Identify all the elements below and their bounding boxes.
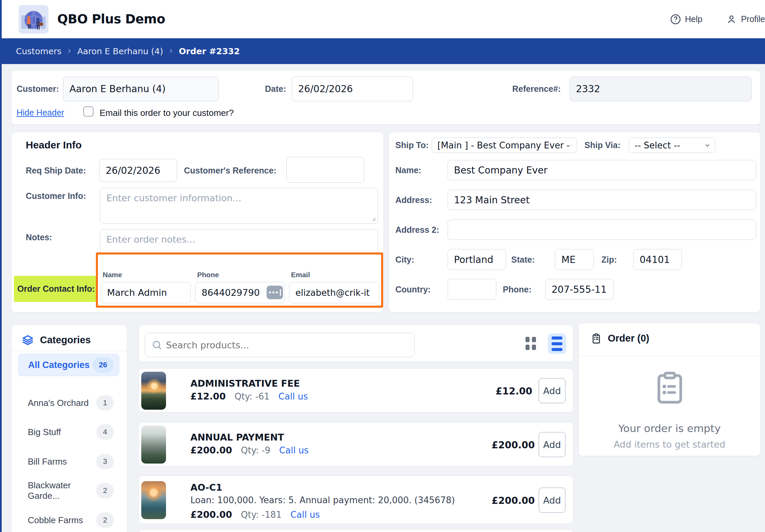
empty-order-clipboard-icon [655, 370, 684, 405]
breadcrumb-customer-name[interactable]: Aaron E Berhanu (4) [77, 46, 163, 56]
ship-to-label: Ship To: [395, 138, 429, 153]
call-us-link[interactable]: Call us [278, 391, 308, 402]
req-ship-date-label: Req Ship Date: [26, 159, 86, 182]
search-products-input[interactable] [145, 333, 415, 357]
ship-to-selected-value: [Main ] - Best Company Ever - [437, 140, 570, 150]
category-label: Bill Farms [28, 456, 67, 467]
category-item-all[interactable]: All Categories 26 [18, 354, 119, 376]
product-price: £12.00 [190, 391, 226, 402]
ship-via-select[interactable]: -- Select -- [629, 138, 715, 153]
autofill-ellipsis-icon[interactable] [267, 286, 283, 299]
reference-label: Reference#: [512, 77, 561, 101]
category-count-badge: 26 [92, 357, 113, 373]
category-item-annas-orchard[interactable]: Anna's Orchard 1 [18, 392, 119, 413]
customer-label: Customer: [17, 77, 59, 101]
product-image [141, 481, 166, 519]
header-info-title: Header Info [26, 139, 82, 151]
ship-state-field[interactable] [555, 249, 594, 270]
category-item-big-stuff[interactable]: Big Stuff 4 [18, 422, 119, 443]
call-us-link[interactable]: Call us [279, 445, 309, 455]
grid-view-button[interactable] [525, 337, 536, 350]
ship-address-label: Address: [395, 190, 432, 210]
ship-address2-field[interactable] [448, 220, 756, 240]
order-contact-box: Name Phone Email [96, 252, 383, 308]
category-label: Blackwater Garde... [28, 480, 96, 501]
header-info-panel: Header Info Req Ship Date: Customer's Re… [11, 132, 384, 312]
product-card-annual-payment: ANNUAL PAYMENT £200.00 Qty: -9 Call us £… [139, 422, 573, 466]
product-qty: Qty: -61 [234, 391, 270, 402]
product-row-price: £200.00 [492, 495, 532, 506]
product-name: ADMINISTRATIVE FEE [190, 378, 300, 389]
customers-reference-label: Customer's Reference: [184, 159, 276, 182]
hide-header-link[interactable]: Hide Header [17, 108, 64, 118]
ship-city-label: City: [395, 249, 414, 270]
contact-name-field[interactable] [101, 282, 191, 303]
product-qty: Qty: -181 [241, 510, 282, 520]
reference-field[interactable] [570, 77, 752, 101]
customers-reference-field[interactable] [286, 157, 364, 183]
categories-header: Categories [22, 334, 91, 346]
brand: QBO Plus Demo [19, 5, 165, 34]
window-edge-stripe [0, 0, 2, 532]
ship-name-field[interactable] [448, 160, 756, 180]
add-product-button[interactable]: Add [539, 432, 565, 457]
contact-email-field[interactable] [289, 282, 379, 303]
ship-zip-field[interactable] [633, 249, 682, 270]
breadcrumb-customers[interactable]: Customers [16, 46, 61, 56]
profile-label: Profile [741, 14, 765, 24]
divider [12, 351, 127, 351]
profile-button[interactable]: Profile [726, 14, 765, 25]
product-search-card [139, 325, 573, 362]
product-card-administrative-fee: ADMINISTRATIVE FEE £12.00 Qty: -61 Call … [139, 368, 573, 412]
ship-zip-label: Zip: [601, 249, 617, 270]
chevron-down-icon [570, 142, 573, 149]
order-contact-info-label: Order Contact Info: [14, 276, 96, 302]
product-price: £200.00 [190, 509, 232, 520]
chevron-right-separator: › [169, 45, 172, 56]
product-description: Loan: 100,000. Years: 5. Annual payment:… [190, 495, 455, 505]
add-product-button[interactable]: Add [539, 488, 565, 513]
req-ship-date-field[interactable] [99, 159, 177, 182]
ship-to-select[interactable]: [Main ] - Best Company Ever - [432, 138, 577, 153]
category-item-blackwater-gardens[interactable]: Blackwater Garde... 2 [18, 480, 119, 501]
product-row-price: £200.00 [492, 439, 532, 451]
category-item-bill-farms[interactable]: Bill Farms 3 [18, 451, 119, 472]
ship-phone-field[interactable] [545, 279, 614, 300]
list-view-button[interactable] [548, 333, 566, 354]
ship-via-label: Ship Via: [584, 138, 621, 153]
date-label: Date: [265, 77, 286, 101]
category-count-badge: 3 [96, 454, 114, 469]
product-image [141, 372, 166, 410]
date-field[interactable] [292, 77, 413, 101]
notes-label: Notes: [26, 230, 52, 244]
categories-panel: Categories All Categories 26 Anna's Orch… [11, 325, 127, 532]
category-item-cobble-farms[interactable]: Cobble Farms 2 [18, 510, 119, 531]
chevron-right-separator: › [67, 45, 71, 56]
order-panel-title: Order (0) [608, 333, 649, 344]
app-logo-icon [19, 5, 48, 34]
order-panel: Order (0) Your order is empty Add items … [578, 323, 761, 456]
help-button[interactable]: Help [670, 14, 702, 25]
breadcrumb: Customers › Aaron E Berhanu (4) › Order … [0, 38, 765, 64]
ship-address2-label: Address 2: [395, 220, 439, 240]
ship-via-selected-value: -- Select -- [635, 140, 680, 150]
customer-info-label: Customer Info: [26, 189, 86, 203]
call-us-link[interactable]: Call us [290, 510, 320, 520]
customer-field[interactable] [63, 77, 219, 101]
ship-phone-label: Phone: [503, 279, 532, 300]
category-label: Big Stuff [28, 427, 61, 437]
ship-to-panel: Ship To: [Main ] - Best Company Ever - S… [389, 132, 761, 312]
add-product-button[interactable]: Add [539, 378, 565, 403]
app-screen: QBO Plus Demo Help Profile Customers [0, 0, 765, 532]
contact-name-label: Name [103, 271, 122, 279]
ship-city-field[interactable] [448, 249, 506, 270]
category-count-badge: 2 [96, 483, 114, 498]
customer-info-textarea[interactable] [100, 188, 378, 224]
ship-address-field[interactable] [448, 190, 756, 210]
product-name: ANNUAL PAYMENT [190, 432, 284, 443]
email-order-checkbox[interactable] [83, 106, 94, 117]
category-count-badge: 4 [96, 424, 114, 440]
top-bar: QBO Plus Demo Help Profile [0, 0, 765, 38]
product-name: AO-C1 [190, 482, 222, 493]
ship-country-field[interactable] [448, 279, 496, 300]
